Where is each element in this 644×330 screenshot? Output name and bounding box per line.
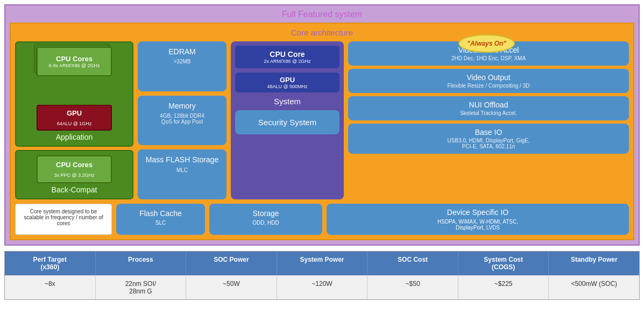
cell-process: 22nm SOI/28nm G bbox=[96, 275, 187, 299]
memory-title: Memory bbox=[144, 101, 220, 111]
header-process: Process bbox=[96, 252, 187, 275]
ppc-title: CPU Cores bbox=[56, 161, 93, 169]
mass-flash-box: Mass FLASH Storage MLC bbox=[138, 149, 227, 199]
system-cpu-title: CPU Core bbox=[242, 50, 333, 59]
header-perf: Perf Target(x360) bbox=[5, 252, 96, 275]
system-section: CPU Core 2x ARM/X86 @ 2GHz GPU 48ALU @ 5… bbox=[231, 41, 344, 199]
cell-perf: ~8x bbox=[5, 275, 96, 299]
video-output-box: Video Output Flexible Resize / Compositi… bbox=[348, 69, 629, 93]
cpu-cores-title: CPU Cores bbox=[56, 55, 93, 63]
cpu-cores-sub: 6-8x ARM/X86 @ 2GHz bbox=[48, 63, 100, 68]
cell-system-cost: ~$225 bbox=[458, 275, 549, 299]
table-section: Perf Target(x360) Process SOC Power Syst… bbox=[4, 251, 640, 300]
flash-cache-title: Flash Cache bbox=[123, 209, 199, 218]
ppc-sub: 3x PPC @ 3.2GHz bbox=[54, 173, 94, 178]
header-system-power: System Power bbox=[277, 252, 368, 275]
info-box: Core system designed to be scalable in f… bbox=[15, 204, 112, 235]
storage-box: Storage ODD, HDD bbox=[209, 204, 322, 235]
gpu-title: GPU bbox=[67, 109, 82, 117]
flash-cache-box: Flash Cache SLC bbox=[116, 204, 205, 235]
always-on-bubble: "Always On" bbox=[458, 34, 515, 53]
core-arch-label: Core architecture bbox=[15, 28, 629, 37]
header-standby: Standby Power bbox=[549, 252, 639, 275]
security-title: Security System bbox=[242, 118, 333, 127]
core-arch-wrapper: Core architecture "Always On" CPU Cores … bbox=[10, 23, 634, 240]
application-group: CPU Cores 6-8x ARM/X86 @ 2GHz GPU 64ALU … bbox=[15, 41, 133, 147]
full-featured-wrapper: Full Featured system Core architecture "… bbox=[4, 4, 640, 246]
full-featured-label: Full Featured system bbox=[10, 10, 634, 19]
nui-sub: Skeletal Tracking Accel. bbox=[355, 110, 622, 116]
cell-system-power: ~120W bbox=[277, 275, 368, 299]
left-section: CPU Cores 6-8x ARM/X86 @ 2GHz GPU 64ALU … bbox=[15, 41, 133, 199]
nui-title: NUI Offload bbox=[355, 101, 622, 109]
cpu-core-card: CPU Core 2x ARM/X86 @ 2GHz bbox=[235, 46, 339, 68]
mass-flash-title: Mass FLASH Storage bbox=[144, 155, 220, 164]
base-io-sub: USB3.0, HDMI, DisplayPort, GigE,PCI-E, S… bbox=[355, 138, 622, 149]
video-audio-sub: 2HD Dec, 1HD Enc, DSP, XMA bbox=[355, 55, 622, 61]
below-arch: Core system designed to be scalable in f… bbox=[15, 204, 629, 235]
video-output-sub: Flexible Resize / Compositing / 3D bbox=[355, 83, 622, 89]
cpu-card-main: CPU Cores 6-8x ARM/X86 @ 2GHz bbox=[37, 47, 112, 76]
edram-box: EDRAM >32MB bbox=[138, 41, 227, 91]
base-io-box: Base IO USB3.0, HDMI, DisplayPort, GigE,… bbox=[348, 124, 629, 154]
system-gpu-title: GPU bbox=[242, 76, 333, 84]
table-data-row: ~8x 22nm SOI/28nm G ~50W ~120W ~$50 ~$22… bbox=[5, 275, 639, 299]
device-io-sub: HSDPA, WiMAX, W-HDMI, ATSC,DisplayPort, … bbox=[333, 219, 622, 231]
cell-soc-cost: ~$50 bbox=[367, 275, 458, 299]
security-box: Security System bbox=[235, 110, 339, 134]
nui-box: NUI Offload Skeletal Tracking Accel. bbox=[348, 96, 629, 120]
main-content: CPU Cores 6-8x ARM/X86 @ 2GHz GPU 64ALU … bbox=[15, 41, 629, 199]
ppc-card: CPU Cores 3x PPC @ 3.2GHz bbox=[37, 155, 112, 183]
cell-standby: <500mW (SOC) bbox=[549, 275, 639, 299]
header-system-cost: System Cost(COGS) bbox=[458, 252, 549, 275]
table-header-row: Perf Target(x360) Process SOC Power Syst… bbox=[5, 252, 639, 275]
cpu-card-stack: CPU Cores 6-8x ARM/X86 @ 2GHz bbox=[37, 47, 112, 84]
storage-title: Storage bbox=[216, 209, 316, 218]
memory-box: Memory 4GB, 128bit DDR4QoS for App Pool bbox=[138, 96, 227, 146]
right-section: Video/Audio Accel 2HD Dec, 1HD Enc, DSP,… bbox=[348, 41, 629, 199]
system-gpu-sub: 48ALU @ 500MHz bbox=[242, 84, 333, 89]
application-label: Application bbox=[20, 133, 128, 141]
edram-title: EDRAM bbox=[144, 47, 220, 56]
header-soc-power: SOC Power bbox=[186, 252, 277, 275]
edram-sub: >32MB bbox=[144, 59, 220, 64]
system-gpu-card: GPU 48ALU @ 500MHz bbox=[235, 73, 339, 92]
system-label: System bbox=[274, 97, 301, 106]
info-text: Core system designed to be scalable in f… bbox=[24, 209, 103, 226]
back-compat-group: CPU Cores 3x PPC @ 3.2GHz Back-Compat bbox=[15, 150, 133, 199]
gpu-card: GPU 64ALU @ 1GHz bbox=[37, 105, 112, 131]
storage-column: EDRAM >32MB Memory 4GB, 128bit DDR4QoS f… bbox=[138, 41, 227, 199]
header-soc-cost: SOC Cost bbox=[367, 252, 458, 275]
back-compat-label: Back-Compat bbox=[20, 185, 128, 194]
storage-sub: ODD, HDD bbox=[216, 220, 316, 226]
memory-sub: 4GB, 128bit DDR4QoS for App Pool bbox=[144, 113, 220, 125]
cell-soc-power: ~50W bbox=[186, 275, 277, 299]
mass-flash-sub: MLC bbox=[144, 167, 220, 173]
video-output-title: Video Output bbox=[355, 73, 622, 82]
device-io-box: Device Specific IO HSDPA, WiMAX, W-HDMI,… bbox=[327, 204, 629, 235]
base-io-title: Base IO bbox=[355, 128, 622, 137]
flash-cache-sub: SLC bbox=[123, 220, 199, 226]
system-cpu-sub: 2x ARM/X86 @ 2GHz bbox=[242, 59, 333, 64]
gpu-sub: 64ALU @ 1GHz bbox=[57, 121, 92, 126]
cpu-stacked-cards: CPU Cores 6-8x ARM/X86 @ 2GHz bbox=[20, 47, 128, 84]
device-io-title: Device Specific IO bbox=[333, 208, 622, 217]
